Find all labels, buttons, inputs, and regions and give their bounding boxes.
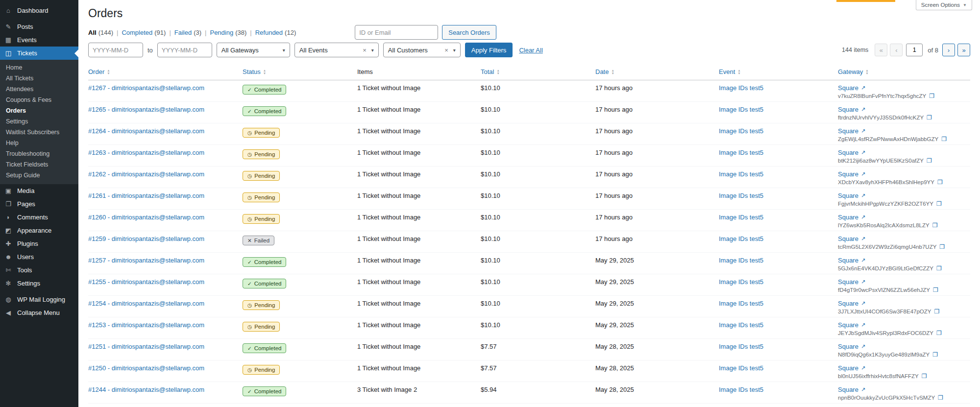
- external-link-icon[interactable]: ↗: [861, 214, 865, 220]
- gateway-name-link[interactable]: Square: [838, 321, 858, 329]
- external-link-icon[interactable]: ↗: [861, 365, 865, 371]
- last-page-button[interactable]: »: [957, 44, 970, 56]
- copy-icon[interactable]: ❐: [929, 93, 934, 99]
- date-from-input[interactable]: [88, 43, 143, 57]
- copy-icon[interactable]: ❐: [927, 114, 932, 121]
- gateway-name-link[interactable]: Square: [838, 84, 858, 92]
- event-link[interactable]: Image IDs test5: [719, 84, 763, 92]
- order-link[interactable]: #1260 - dimitriospantazis@stellarwp.com: [88, 214, 204, 221]
- submenu-item-setup-guide[interactable]: Setup Guide: [0, 170, 78, 181]
- order-link[interactable]: #1263 - dimitriospantazis@stellarwp.com: [88, 149, 204, 156]
- sidebar-item-media[interactable]: ▣Media: [0, 184, 78, 197]
- current-page-input[interactable]: [906, 44, 923, 56]
- submenu-item-help[interactable]: Help: [0, 138, 78, 148]
- event-link[interactable]: Image IDs test5: [719, 192, 763, 199]
- order-link[interactable]: #1250 - dimitriospantazis@stellarwp.com: [88, 364, 204, 372]
- sidebar-item-pages[interactable]: ❐Pages: [0, 197, 78, 211]
- submenu-item-waitlist-subscribers[interactable]: Waitlist Subscribers: [0, 127, 78, 138]
- sidebar-item-settings[interactable]: ✻Settings: [0, 277, 78, 290]
- view-filter-completed[interactable]: Completed(91): [122, 29, 166, 36]
- submenu-item-ticket-fieldsets[interactable]: Ticket Fieldsets: [0, 159, 78, 170]
- submenu-item-troubleshooting[interactable]: Troubleshooting: [0, 148, 78, 159]
- copy-icon[interactable]: ❐: [936, 200, 942, 207]
- submenu-item-settings[interactable]: Settings: [0, 116, 78, 127]
- event-link[interactable]: Image IDs test5: [719, 214, 763, 221]
- external-link-icon[interactable]: ↗: [861, 192, 865, 199]
- gateway-name-link[interactable]: Square: [838, 343, 858, 350]
- view-filter-all[interactable]: All(144): [88, 29, 113, 36]
- copy-icon[interactable]: ❐: [936, 330, 942, 336]
- submenu-item-all-tickets[interactable]: All Tickets: [0, 73, 78, 84]
- screen-options-button[interactable]: Screen Options ▼: [916, 0, 972, 10]
- gateway-name-link[interactable]: Square: [838, 214, 858, 221]
- event-link[interactable]: Image IDs test5: [719, 149, 763, 156]
- gateway-name-link[interactable]: Square: [838, 364, 858, 372]
- external-link-icon[interactable]: ↗: [861, 343, 865, 350]
- column-header-event[interactable]: Event▲▼: [719, 68, 741, 75]
- event-link[interactable]: Image IDs test5: [719, 257, 763, 264]
- order-link[interactable]: #1267 - dimitriospantazis@stellarwp.com: [88, 84, 204, 92]
- copy-icon[interactable]: ❐: [939, 243, 945, 250]
- order-link[interactable]: #1262 - dimitriospantazis@stellarwp.com: [88, 170, 204, 178]
- order-link[interactable]: #1253 - dimitriospantazis@stellarwp.com: [88, 321, 204, 329]
- gateway-name-link[interactable]: Square: [838, 278, 858, 286]
- copy-icon[interactable]: ❐: [941, 136, 947, 143]
- event-link[interactable]: Image IDs test5: [719, 343, 763, 350]
- gateway-name-link[interactable]: Square: [838, 170, 858, 178]
- search-input[interactable]: [355, 25, 438, 40]
- copy-icon[interactable]: ❐: [932, 222, 938, 229]
- gateway-name-link[interactable]: Square: [838, 235, 858, 242]
- gateway-name-link[interactable]: Square: [838, 127, 858, 135]
- copy-icon[interactable]: ❐: [927, 157, 932, 164]
- submenu-item-orders[interactable]: Orders: [0, 105, 78, 116]
- gateway-name-link[interactable]: Square: [838, 106, 858, 113]
- order-link[interactable]: #1261 - dimitriospantazis@stellarwp.com: [88, 192, 204, 199]
- event-link[interactable]: Image IDs test5: [719, 300, 763, 307]
- gateway-name-link[interactable]: Square: [838, 300, 858, 307]
- view-filter-refunded[interactable]: Refunded(12): [255, 29, 296, 36]
- search-orders-button[interactable]: Search Orders: [442, 25, 496, 40]
- copy-icon[interactable]: ❐: [937, 179, 943, 186]
- column-header-date[interactable]: Date▲▼: [595, 68, 614, 75]
- order-link[interactable]: #1264 - dimitriospantazis@stellarwp.com: [88, 127, 204, 135]
- column-header-total[interactable]: Total▲▼: [481, 68, 500, 75]
- column-header-status[interactable]: Status▲▼: [243, 68, 266, 75]
- order-link[interactable]: #1265 - dimitriospantazis@stellarwp.com: [88, 106, 204, 113]
- clear-icon[interactable]: ×: [363, 47, 367, 54]
- customer-filter-select[interactable]: All Customers × ▾: [383, 43, 461, 57]
- submenu-item-home[interactable]: Home: [0, 62, 78, 73]
- external-link-icon[interactable]: ↗: [861, 279, 865, 285]
- gateway-name-link[interactable]: Square: [838, 192, 858, 199]
- external-link-icon[interactable]: ↗: [861, 236, 865, 242]
- view-filter-pending[interactable]: Pending(38): [210, 29, 246, 36]
- external-link-icon[interactable]: ↗: [861, 300, 865, 307]
- first-page-button[interactable]: «: [875, 44, 887, 56]
- sidebar-item-comments[interactable]: ◗Comments: [0, 211, 78, 224]
- order-link[interactable]: #1255 - dimitriospantazis@stellarwp.com: [88, 278, 204, 286]
- event-link[interactable]: Image IDs test5: [719, 170, 763, 178]
- clear-icon[interactable]: ×: [444, 47, 448, 54]
- submenu-item-coupons-fees[interactable]: Coupons & Fees: [0, 95, 78, 105]
- copy-icon[interactable]: ❐: [934, 308, 939, 315]
- view-filter-failed[interactable]: Failed(3): [174, 29, 201, 36]
- sidebar-item-wp-mail-logging[interactable]: ◍WP Mail Logging: [0, 293, 78, 306]
- gateway-name-link[interactable]: Square: [838, 257, 858, 264]
- external-link-icon[interactable]: ↗: [861, 128, 865, 134]
- copy-icon[interactable]: ❐: [933, 287, 938, 293]
- sidebar-item-appearance[interactable]: ◩Appearance: [0, 224, 78, 237]
- event-link[interactable]: Image IDs test5: [719, 106, 763, 113]
- external-link-icon[interactable]: ↗: [861, 171, 865, 177]
- gateway-name-link[interactable]: Square: [838, 149, 858, 156]
- order-link[interactable]: #1244 - dimitriospantazis@stellarwp.com: [88, 386, 204, 393]
- order-link[interactable]: #1254 - dimitriospantazis@stellarwp.com: [88, 300, 204, 307]
- prev-page-button[interactable]: ‹: [890, 44, 903, 56]
- order-link[interactable]: #1251 - dimitriospantazis@stellarwp.com: [88, 343, 204, 350]
- next-page-button[interactable]: ›: [942, 44, 955, 56]
- sidebar-item-dashboard[interactable]: ⌂Dashboard: [0, 4, 78, 17]
- gateway-name-link[interactable]: Square: [838, 386, 858, 393]
- external-link-icon[interactable]: ↗: [861, 106, 865, 113]
- event-link[interactable]: Image IDs test5: [719, 386, 763, 393]
- external-link-icon[interactable]: ↗: [861, 85, 865, 91]
- date-to-input[interactable]: [157, 43, 212, 57]
- order-link[interactable]: #1257 - dimitriospantazis@stellarwp.com: [88, 257, 204, 264]
